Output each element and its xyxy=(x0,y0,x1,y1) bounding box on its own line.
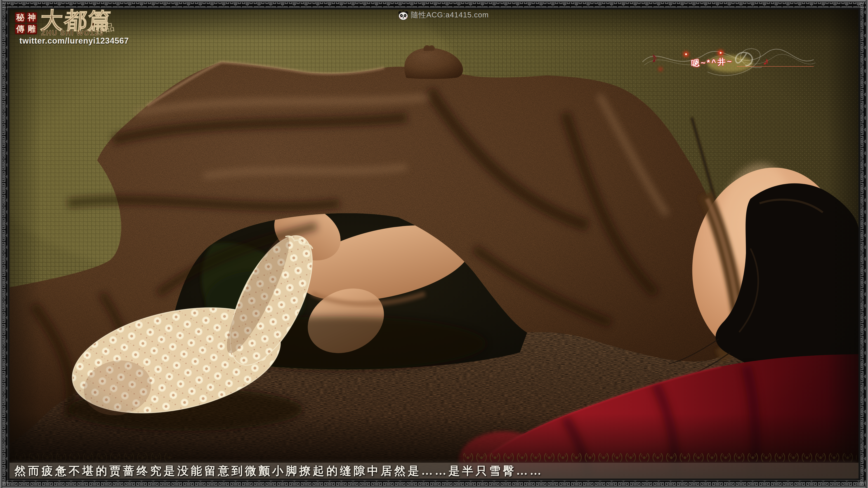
artist-seal: 秘 神 傳 雕 xyxy=(15,12,37,34)
sfx-text: 嗯~*^井~ xyxy=(691,56,733,69)
works-label: 作品 xyxy=(94,21,115,36)
seal-char: 傳 xyxy=(15,24,26,34)
panda-icon xyxy=(398,10,409,20)
artist-romanized-name: ZHU SHI WO123 xyxy=(41,29,104,37)
comic-panel: 秘 神 傳 雕 大都篇 ZHU SHI WO123 作品 twitter.com… xyxy=(0,0,868,488)
seal-char: 神 xyxy=(26,12,37,23)
caption-text: 然而疲惫不堪的贾蔷终究是没能留意到微颤小脚撩起的缝隙中居然是……是半只雪臀…… xyxy=(9,463,859,479)
caption-bar: 然而疲惫不堪的贾蔷终究是没能留意到微颤小脚撩起的缝隙中居然是……是半只雪臀…… xyxy=(9,463,859,479)
site-watermark: 隨性ACG:a41415.com xyxy=(398,10,489,20)
seal-char: 秘 xyxy=(15,12,26,23)
artist-logo-block: 秘 神 傳 雕 大都篇 ZHU SHI WO123 作品 twitter.com… xyxy=(15,10,142,46)
seal-char: 雕 xyxy=(26,24,37,34)
twitter-handle: twitter.com/lurenyi1234567 xyxy=(20,36,129,46)
sleep-sfx: の ♪ ♪ 嗯~*^井~ xyxy=(640,40,818,81)
watermark-text: 隨性ACG:a41415.com xyxy=(411,10,489,20)
